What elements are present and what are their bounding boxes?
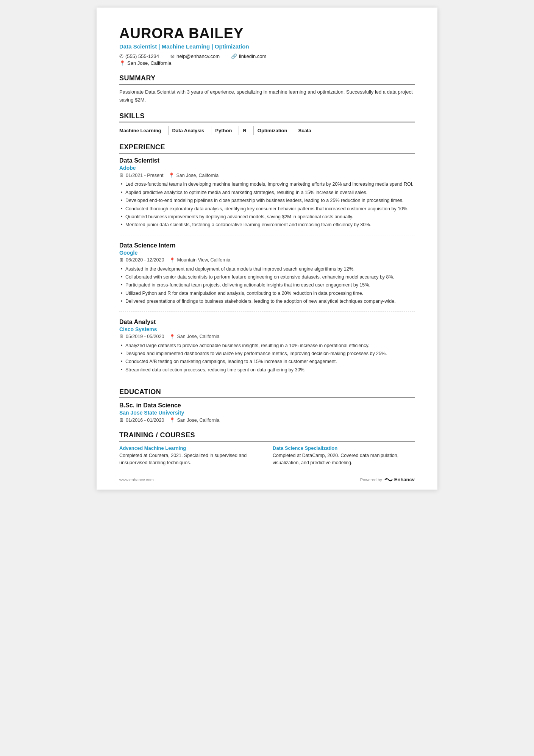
skill-item: Machine Learning bbox=[119, 126, 169, 135]
experience-section: EXPERIENCE Data ScientistAdobe 🗓 01/2021… bbox=[119, 143, 415, 380]
email-icon: ✉ bbox=[170, 53, 175, 59]
courses-list: Advanced Machine LearningCompleted at Co… bbox=[119, 445, 415, 467]
bullet-item: Delivered presentations of findings to b… bbox=[120, 298, 415, 305]
experience-item: Data Science InternGoogle 🗓 06/2020 - 12… bbox=[119, 242, 415, 312]
enhancv-brand-name: Enhancv bbox=[394, 477, 415, 482]
location-icon: 📍 bbox=[119, 60, 125, 66]
company-name: Google bbox=[119, 250, 415, 256]
calendar-icon: 🗓 bbox=[119, 173, 124, 178]
job-location: 📍 San Jose, California bbox=[169, 334, 219, 340]
job-meta: 🗓 01/2021 - Present 📍 San Jose, Californ… bbox=[119, 172, 415, 178]
phone-contact: ✆ (555) 555-1234 bbox=[119, 53, 159, 59]
course-item: Advanced Machine LearningCompleted at Co… bbox=[119, 445, 261, 467]
bullet-item: Conducted thorough exploratory data anal… bbox=[120, 205, 415, 213]
skill-item: Data Analysis bbox=[172, 126, 212, 135]
bullet-item: Developed end-to-end modeling pipelines … bbox=[120, 197, 415, 204]
skills-list: Machine LearningData AnalysisPythonROpti… bbox=[119, 126, 415, 135]
edu-degree: B.Sc. in Data Science bbox=[119, 402, 415, 409]
job-dates: 🗓 06/2020 - 12/2020 bbox=[119, 257, 164, 263]
calendar-icon: 🗓 bbox=[119, 334, 124, 339]
footer-brand: Powered by Enhancv bbox=[360, 477, 415, 483]
bullet-item: Mentored junior data scientists, fosteri… bbox=[120, 221, 415, 229]
course-title: Advanced Machine Learning bbox=[119, 445, 261, 451]
page-footer: www.enhancv.com Powered by Enhancv bbox=[119, 477, 415, 483]
bullet-item: Conducted A/B testing on marketing campa… bbox=[120, 358, 415, 365]
enhancv-logo: Enhancv bbox=[384, 477, 415, 483]
education-heading: EDUCATION bbox=[119, 388, 415, 398]
bullet-item: Participated in cross-functional team pr… bbox=[120, 282, 415, 289]
contact-row-1: ✆ (555) 555-1234 ✉ help@enhancv.com 🔗 li… bbox=[119, 53, 415, 59]
bullet-item: Streamlined data collection processes, r… bbox=[120, 366, 415, 374]
powered-by-text: Powered by bbox=[360, 477, 382, 482]
linkedin-icon: 🔗 bbox=[231, 53, 237, 59]
summary-text: Passionate Data Scientist with 3 years o… bbox=[119, 88, 415, 104]
bullet-item: Applied predictive analytics to optimize… bbox=[120, 189, 415, 196]
company-name: Adobe bbox=[119, 165, 415, 171]
location-value: San Jose, California bbox=[127, 60, 171, 66]
email-contact: ✉ help@enhancv.com bbox=[170, 53, 220, 59]
edu-location: 📍 San Jose, California bbox=[169, 417, 219, 423]
job-location: 📍 Mountain View, California bbox=[169, 257, 230, 263]
location-pin-icon: 📍 bbox=[169, 257, 175, 263]
footer-website: www.enhancv.com bbox=[119, 477, 154, 482]
bullet-item: Collaborated with senior data scientists… bbox=[120, 274, 415, 281]
bullet-item: Quantified business improvements by depl… bbox=[120, 213, 415, 221]
calendar-icon: 🗓 bbox=[119, 257, 124, 263]
job-title: Data Science Intern bbox=[119, 242, 415, 249]
email-value: help@enhancv.com bbox=[176, 53, 220, 59]
skill-item: Optimization bbox=[258, 126, 295, 135]
edu-meta: 🗓 01/2016 - 01/2020 📍 San Jose, Californ… bbox=[119, 417, 415, 423]
contact-row-2: 📍 San Jose, California bbox=[119, 60, 415, 66]
training-heading: TRAINING / COURSES bbox=[119, 431, 415, 441]
job-dates: 🗓 01/2021 - Present bbox=[119, 173, 163, 178]
location-contact: 📍 San Jose, California bbox=[119, 60, 171, 66]
header: AURORA BAILEY Data Scientist | Machine L… bbox=[119, 26, 415, 66]
job-meta: 🗓 06/2020 - 12/2020 📍 Mountain View, Cal… bbox=[119, 257, 415, 263]
summary-section: SUMMARY Passionate Data Scientist with 3… bbox=[119, 74, 415, 104]
job-dates: 🗓 05/2019 - 05/2020 bbox=[119, 334, 164, 339]
edu-school: San Jose State University bbox=[119, 410, 415, 416]
experience-heading: EXPERIENCE bbox=[119, 143, 415, 153]
summary-heading: SUMMARY bbox=[119, 74, 415, 85]
job-meta: 🗓 05/2019 - 05/2020 📍 San Jose, Californ… bbox=[119, 334, 415, 340]
bullet-item: Utilized Python and R for data manipulat… bbox=[120, 290, 415, 297]
job-bullets: Assisted in the development and deployme… bbox=[119, 266, 415, 305]
training-section: TRAINING / COURSES Advanced Machine Lear… bbox=[119, 431, 415, 467]
phone-value: (555) 555-1234 bbox=[125, 53, 159, 59]
edu-location-icon: 📍 bbox=[169, 417, 175, 423]
job-title: Data Analyst bbox=[119, 319, 415, 326]
edu-dates: 🗓 01/2016 - 01/2020 bbox=[119, 418, 164, 423]
skills-heading: SKILLS bbox=[119, 112, 415, 122]
job-bullets: Led cross-functional teams in developing… bbox=[119, 181, 415, 229]
enhancv-logo-icon bbox=[384, 477, 393, 483]
linkedin-contact: 🔗 linkedin.com bbox=[231, 53, 266, 59]
job-location: 📍 San Jose, California bbox=[169, 172, 219, 178]
skill-item: Scala bbox=[298, 126, 318, 135]
course-description: Completed at Coursera, 2021. Specialized… bbox=[119, 452, 261, 467]
experience-item: Data AnalystCisco Systems 🗓 05/2019 - 05… bbox=[119, 319, 415, 380]
phone-icon: ✆ bbox=[119, 53, 123, 59]
experience-list: Data ScientistAdobe 🗓 01/2021 - Present … bbox=[119, 157, 415, 380]
location-pin-icon: 📍 bbox=[169, 334, 175, 340]
job-title: Data Scientist bbox=[119, 157, 415, 164]
company-name: Cisco Systems bbox=[119, 326, 415, 332]
skill-item: R bbox=[243, 126, 253, 135]
candidate-name: AURORA BAILEY bbox=[119, 26, 415, 42]
bullet-item: Analyzed large datasets to provide actio… bbox=[120, 342, 415, 349]
bullet-item: Designed and implemented dashboards to v… bbox=[120, 350, 415, 357]
skill-item: Python bbox=[215, 126, 239, 135]
job-bullets: Analyzed large datasets to provide actio… bbox=[119, 342, 415, 374]
bullet-item: Assisted in the development and deployme… bbox=[120, 266, 415, 273]
course-item: Data Science SpecializationCompleted at … bbox=[273, 445, 415, 467]
skills-section: SKILLS Machine LearningData AnalysisPyth… bbox=[119, 112, 415, 135]
candidate-title: Data Scientist | Machine Learning | Opti… bbox=[119, 43, 415, 50]
bullet-item: Led cross-functional teams in developing… bbox=[120, 181, 415, 188]
linkedin-value: linkedin.com bbox=[239, 53, 266, 59]
experience-item: Data ScientistAdobe 🗓 01/2021 - Present … bbox=[119, 157, 415, 235]
resume-page: AURORA BAILEY Data Scientist | Machine L… bbox=[97, 8, 437, 490]
course-title: Data Science Specialization bbox=[273, 445, 415, 451]
education-section: EDUCATION B.Sc. in Data Science San Jose… bbox=[119, 388, 415, 423]
location-pin-icon: 📍 bbox=[169, 172, 175, 178]
course-description: Completed at DataCamp, 2020. Covered dat… bbox=[273, 452, 415, 467]
calendar-icon: 🗓 bbox=[119, 418, 124, 423]
